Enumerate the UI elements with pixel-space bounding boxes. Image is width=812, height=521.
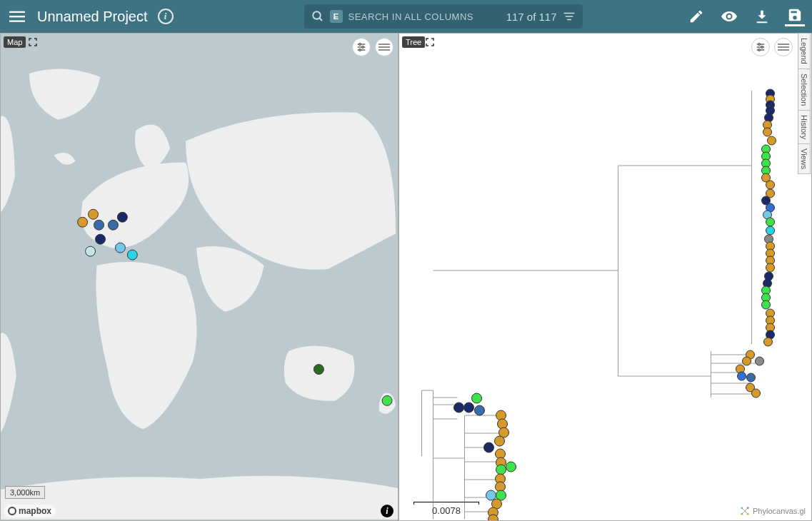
filter-icon[interactable] [563, 10, 576, 23]
side-tab-legend[interactable]: Legend [798, 33, 811, 69]
data-marker[interactable] [743, 357, 751, 365]
data-marker[interactable] [762, 300, 771, 309]
svg-line-4 [319, 18, 322, 21]
search-input[interactable] [349, 11, 501, 22]
svg-point-21 [761, 46, 763, 49]
data-marker[interactable] [768, 136, 776, 145]
side-tab-selection[interactable]: Selection [798, 69, 811, 111]
data-marker[interactable] [115, 243, 125, 253]
data-marker[interactable] [764, 338, 773, 346]
data-marker[interactable] [766, 218, 775, 226]
map-settings-button[interactable] [352, 38, 371, 56]
tree-settings-button[interactable] [751, 38, 770, 56]
svg-rect-5 [563, 13, 574, 14]
data-marker[interactable] [484, 442, 494, 452]
data-marker[interactable] [314, 365, 324, 375]
info-icon[interactable]: i [158, 9, 174, 24]
data-marker[interactable] [506, 462, 516, 472]
svg-point-23 [758, 49, 761, 51]
data-marker[interactable] [763, 128, 772, 136]
data-marker[interactable] [472, 393, 482, 403]
save-button[interactable] [785, 6, 805, 26]
map-label: Map [4, 36, 26, 48]
data-marker[interactable] [752, 389, 761, 398]
svg-rect-26 [778, 49, 789, 50]
search-bar: E 117 of 117 [304, 4, 583, 29]
data-marker[interactable] [96, 234, 106, 244]
data-marker[interactable] [78, 217, 88, 227]
menu-button[interactable] [7, 6, 27, 26]
data-marker[interactable] [94, 220, 104, 230]
data-marker[interactable] [756, 357, 764, 365]
tree-scale: 0.0078 [413, 502, 479, 516]
svg-rect-24 [778, 44, 789, 44]
data-marker[interactable] [766, 181, 775, 189]
panels-container: Map [0, 33, 812, 521]
edit-button[interactable] [686, 6, 706, 26]
data-marker[interactable] [127, 250, 137, 260]
search-icon [311, 10, 324, 23]
data-marker[interactable] [475, 405, 485, 415]
svg-point-19 [758, 44, 761, 46]
map-scale: 3,000km [5, 486, 45, 499]
map-attribution[interactable]: mapbox [4, 505, 56, 517]
data-marker[interactable] [382, 395, 392, 405]
svg-point-9 [359, 44, 361, 46]
tree-canvas[interactable] [399, 34, 811, 520]
svg-rect-15 [379, 46, 390, 47]
svg-rect-1 [9, 16, 25, 17]
map-info-button[interactable]: i [381, 505, 394, 517]
map-expand-button[interactable] [28, 37, 38, 47]
search-chip[interactable]: E [330, 10, 343, 23]
data-marker[interactable] [486, 490, 496, 500]
mapbox-logo-icon [8, 507, 16, 515]
data-marker[interactable] [108, 220, 118, 230]
svg-rect-7 [567, 19, 571, 21]
svg-rect-14 [379, 44, 390, 44]
svg-point-13 [359, 49, 361, 51]
data-marker[interactable] [454, 403, 464, 413]
data-marker[interactable] [747, 373, 756, 382]
visibility-button[interactable] [719, 6, 739, 26]
tree-attribution[interactable]: Phylocanvas.gl [740, 506, 806, 516]
tree-menu-button[interactable] [774, 38, 793, 56]
tree-panel: Tree 0.0078 [399, 33, 812, 521]
phylocanvas-icon [740, 506, 750, 516]
result-count: 117 of 117 [506, 11, 557, 23]
data-marker[interactable] [496, 465, 506, 475]
data-marker[interactable] [766, 263, 775, 272]
map-canvas[interactable] [1, 34, 398, 520]
svg-rect-25 [778, 46, 789, 47]
data-marker[interactable] [86, 246, 96, 256]
svg-point-11 [362, 46, 364, 49]
svg-rect-16 [379, 49, 390, 50]
header-bar: Unnamed Project i E 117 of 117 [0, 0, 812, 33]
svg-rect-2 [9, 21, 25, 22]
data-marker[interactable] [738, 372, 746, 380]
tree-label: Tree [402, 36, 425, 48]
download-button[interactable] [752, 6, 772, 26]
side-tab-views[interactable]: Views [798, 144, 811, 174]
data-marker[interactable] [117, 212, 127, 222]
tree-expand-button[interactable] [425, 37, 435, 47]
side-tabs: Legend Selection History Views [798, 33, 812, 174]
side-tab-history[interactable]: History [798, 111, 811, 144]
svg-point-3 [313, 11, 321, 19]
data-marker[interactable] [464, 403, 474, 413]
data-marker[interactable] [495, 436, 505, 446]
map-menu-button[interactable] [375, 38, 394, 56]
data-marker[interactable] [766, 226, 775, 235]
svg-rect-6 [565, 16, 573, 17]
data-marker[interactable] [89, 209, 99, 219]
map-panel: Map [0, 33, 399, 521]
svg-rect-0 [9, 11, 25, 13]
project-title: Unnamed Project [37, 9, 148, 25]
